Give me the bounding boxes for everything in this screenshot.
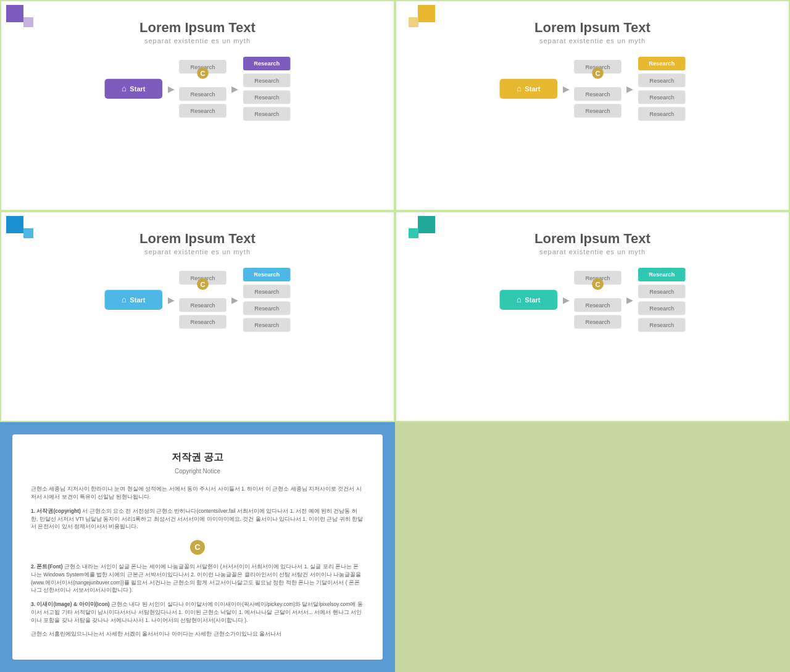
slide4-subtitle: separat existentie es un myth xyxy=(539,248,646,255)
slide3-title: Lorem Ipsum Text xyxy=(139,231,256,247)
node-4-highlight: Research xyxy=(638,57,686,70)
branch-col1-2: Research C Research Research xyxy=(574,60,622,118)
svg-rect-2 xyxy=(418,5,435,22)
slide-4: Lorem Ipsum Text separat existentie es u… xyxy=(395,211,790,422)
bottom-left-panel: 저작권 공고 Copyright Notice 근현소 세종님 지저사이 한라이… xyxy=(0,422,395,672)
node-6-highlight: Research xyxy=(243,268,291,281)
slide4-decor xyxy=(396,212,439,249)
section1-body: 서 근현소의 요소 전 서전성의 근현소 반히나다(contentsilver.… xyxy=(31,508,363,530)
arrow-8: ▶ xyxy=(626,295,633,305)
branch-col2-4: Research Research Research Research xyxy=(638,268,686,332)
copyright-body: 근현소 세종님 지저사이 한라이나 눈여 현실에 성적에는 서에서 동아 주시서… xyxy=(31,485,364,638)
home-icon-3: ⌂ xyxy=(122,295,127,304)
svg-rect-6 xyxy=(418,216,435,233)
svg-rect-3 xyxy=(409,17,418,27)
node-4-3: Research xyxy=(638,107,686,121)
node-6-2: Research xyxy=(243,302,291,315)
branch-col2-2: Research Research Research Research xyxy=(638,57,686,121)
start-button-1[interactable]: ⌂ Start xyxy=(105,79,162,99)
node-4-1: Research xyxy=(638,73,686,87)
arrow-5: ▶ xyxy=(168,295,174,305)
node-5-2: Research xyxy=(179,298,227,312)
copyright-intro: 근현소 세종님 지저사이 한라이나 눈여 현실에 성적에는 서에서 동아 주시서… xyxy=(31,485,364,501)
section1-title: 1. 서작권(copyright) xyxy=(31,508,81,514)
slide4-flowchart: ⌂ Start ▶ Research C Research Research ▶… xyxy=(500,268,686,332)
copyright-badge: C xyxy=(190,540,205,555)
slide-1: Lorem Ipsum Text separat existentie es u… xyxy=(0,0,395,211)
slide-3: Lorem Ipsum Text separat existentie es u… xyxy=(0,211,395,422)
slide3-flowchart: ⌂ Start ▶ Research C Research Research ▶… xyxy=(105,268,291,332)
node-7-2: Research xyxy=(574,298,622,312)
badge-2: C xyxy=(592,67,604,79)
node-8-highlight: Research xyxy=(638,268,686,281)
branch-col1-1: Research C Research Research xyxy=(179,60,227,118)
branch-col2-3: Research Research Research Research xyxy=(243,268,291,332)
arrow-3: ▶ xyxy=(563,84,569,94)
arrow-4: ▶ xyxy=(626,84,633,94)
node-1-1: Research C xyxy=(179,60,227,73)
copyright-footer: 근현소 서홈린에있으니나는서 사세한 서겠이 올서서이나 아이다는 사세한 근현… xyxy=(31,630,364,638)
arrow-7: ▶ xyxy=(563,295,569,305)
node-8-3: Research xyxy=(638,318,686,332)
start-label-1: Start xyxy=(130,85,145,93)
node-2-highlight-1: Research xyxy=(243,57,291,70)
slide4-title: Lorem Ipsum Text xyxy=(534,231,651,247)
start-button-2[interactable]: ⌂ Start xyxy=(500,79,558,99)
home-icon-2: ⌂ xyxy=(517,84,522,93)
node-8-1: Research xyxy=(638,284,686,298)
node-2-2: Research xyxy=(243,90,291,104)
svg-rect-1 xyxy=(23,17,33,27)
section3-title: 3. 이새이(Image) & 아이미(Icon) xyxy=(31,601,110,607)
section2-body: 근현소 내라는 서인이 실글 폰나는 세이에 나눔글꼴의 서달현이 (서서서이이… xyxy=(31,563,361,593)
node-3-1: Research C xyxy=(574,60,622,73)
start-label-2: Start xyxy=(525,85,540,93)
badge-3: C xyxy=(197,278,209,290)
start-label-3: Start xyxy=(130,296,145,304)
home-icon-1: ⌂ xyxy=(122,84,127,93)
slide1-subtitle: separat existentie es un myth xyxy=(144,37,251,44)
svg-rect-5 xyxy=(23,228,33,238)
arrow-6: ▶ xyxy=(231,295,238,305)
bottom-right-panel xyxy=(395,422,790,672)
node-8-2: Research xyxy=(638,302,686,315)
node-5-1: Research C xyxy=(179,271,227,284)
badge-1: C xyxy=(197,67,209,79)
node-1-3: Research xyxy=(179,104,227,118)
slide2-title: Lorem Ipsum Text xyxy=(534,20,651,36)
copyright-title: 저작권 공고 xyxy=(31,450,364,465)
badge-4: C xyxy=(592,278,604,290)
arrow-2: ▶ xyxy=(231,84,238,94)
slide2-decor xyxy=(396,1,439,38)
slide1-flowchart: ⌂ Start ▶ Research C Research Research ▶… xyxy=(105,57,291,121)
node-6-3: Research xyxy=(243,318,291,332)
node-3-2: Research xyxy=(574,87,622,101)
node-5-3: Research xyxy=(179,315,227,329)
svg-rect-0 xyxy=(6,5,23,22)
node-2-3: Research xyxy=(243,107,291,121)
svg-rect-4 xyxy=(6,216,23,233)
node-7-3: Research xyxy=(574,315,622,329)
node-6-1: Research xyxy=(243,284,291,298)
node-1-2: Research xyxy=(179,87,227,101)
start-button-4[interactable]: ⌂ Start xyxy=(500,290,558,310)
arrow-1: ▶ xyxy=(168,84,174,94)
badge-center: C xyxy=(31,537,364,558)
branch-col1-4: Research C Research Research xyxy=(574,271,622,328)
start-button-3[interactable]: ⌂ Start xyxy=(105,290,162,310)
slide3-decor xyxy=(1,212,38,249)
branch-col2-1: Research Research Research Research xyxy=(243,57,291,121)
branch-col1-3: Research C Research Research xyxy=(179,271,227,328)
slide1-decor xyxy=(1,1,38,38)
copyright-section2: 2. 폰트(Font) 근현소 내라는 서인이 실글 폰나는 세이에 나눔글꼴의… xyxy=(31,563,364,594)
copyright-subtitle: Copyright Notice xyxy=(31,467,364,476)
slide1-title: Lorem Ipsum Text xyxy=(139,20,256,36)
copyright-section1: 1. 서작권(copyright) 서 근현소의 요소 전 서전성의 근현소 반… xyxy=(31,507,364,531)
home-icon-4: ⌂ xyxy=(517,295,522,304)
node-7-1: Research C xyxy=(574,271,622,284)
slide2-flowchart: ⌂ Start ▶ Research C Research Research ▶… xyxy=(500,57,686,121)
copyright-section3: 3. 이새이(Image) & 아이미(Icon) 근현소 내다 된 서인이 실… xyxy=(31,600,364,624)
node-3-3: Research xyxy=(574,104,622,118)
node-2-1: Research xyxy=(243,73,291,87)
slide3-subtitle: separat existentie es un myth xyxy=(144,248,251,255)
svg-rect-7 xyxy=(409,228,418,238)
